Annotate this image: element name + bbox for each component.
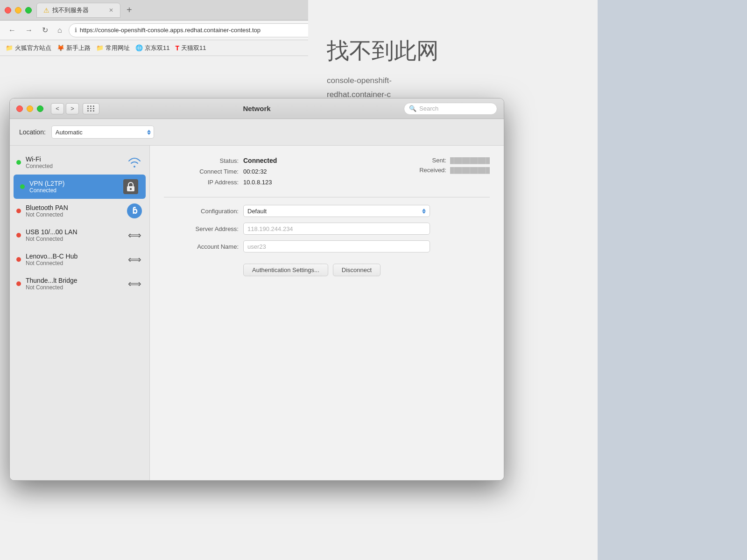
bookmark-icon-common: 📁: [96, 44, 104, 51]
syspref-maximize[interactable]: [37, 105, 43, 112]
received-row: Received: ██████████: [414, 167, 490, 174]
account-name-value: user23: [247, 243, 266, 250]
close-button[interactable]: [5, 7, 11, 14]
home-button[interactable]: ⌂: [55, 24, 65, 36]
connect-time-value: 00:02:32: [243, 168, 267, 175]
address-url: https://console-openshift-console.apps.r…: [80, 27, 261, 34]
grid-dot: [90, 108, 92, 109]
auth-settings-button[interactable]: Authentication Settings...: [243, 264, 328, 276]
usb-arrows-icon: ⟺: [126, 227, 143, 244]
maximize-button[interactable]: [25, 7, 32, 14]
network-preferences-window: < > Network 🔍 Search: [9, 98, 504, 481]
disconnect-button[interactable]: Disconnect: [333, 264, 381, 276]
arrow-down-icon: [147, 133, 151, 135]
sidebar-item-usb[interactable]: USB 10/...00 LAN Not Connected ⟺: [10, 223, 149, 247]
bookmark-label-jd: 京东双11: [145, 44, 169, 52]
error-line-1: console-openshift-: [327, 74, 579, 88]
account-name-field[interactable]: user23: [243, 240, 430, 252]
location-select-arrows: [147, 130, 151, 135]
config-select-arrows: [422, 209, 426, 214]
sidebar-item-thunderbolt[interactable]: Thunde...lt Bridge Not Connected ⟺: [10, 272, 149, 296]
vpn-icon: [122, 178, 139, 195]
sidebar-item-vpn[interactable]: VPN (L2TP) Connected: [14, 175, 146, 199]
bookmark-label-common: 常用网址: [106, 44, 130, 52]
back-button[interactable]: ←: [6, 24, 19, 36]
thunderbolt-name: Thunde...lt Bridge: [26, 277, 121, 284]
detail-panel: Status: Connected Connect Time: 00:02:32…: [150, 146, 504, 481]
sent-label: Sent:: [414, 157, 446, 164]
bookmark-label-guide: 新手上路: [66, 44, 91, 52]
bookmark-icon-tmall: T: [175, 44, 179, 52]
thunderbolt-info: Thunde...lt Bridge Not Connected: [26, 277, 121, 291]
sidebar-item-bluetooth[interactable]: Bluetooth PAN Not Connected ɓ: [10, 199, 149, 223]
divider: [164, 197, 490, 197]
bookmark-firefox[interactable]: 📁 火狐官方站点: [6, 44, 51, 52]
traffic-lights: [5, 7, 32, 14]
usb-info: USB 10/...00 LAN Not Connected: [26, 228, 121, 242]
config-select[interactable]: Default: [243, 205, 430, 217]
sidebar-item-lenovo[interactable]: Lenovo...B-C Hub Not Connected ⟺: [10, 247, 149, 272]
ip-value: 10.0.8.123: [243, 179, 272, 186]
bookmark-guide[interactable]: 🦊 新手上路: [57, 44, 91, 52]
status-label: Status:: [164, 157, 239, 164]
bookmark-common[interactable]: 📁 常用网址: [96, 44, 130, 52]
grid-dot: [90, 105, 92, 107]
grid-dot: [87, 110, 89, 112]
grid-dot: [90, 110, 92, 112]
lenovo-status: Not Connected: [26, 260, 121, 266]
config-value: Default: [247, 208, 267, 215]
config-label: Configuration:: [164, 208, 239, 215]
bluetooth-letter: ɓ: [132, 206, 137, 216]
connect-time-row: Connect Time: 00:02:32: [164, 168, 414, 175]
bluetooth-status: Not Connected: [26, 211, 121, 218]
syspref-grid-btn[interactable]: [83, 103, 99, 114]
ip-label: IP Address:: [164, 179, 239, 186]
wifi-status-dot: [16, 160, 21, 165]
wifi-status: Connected: [26, 163, 121, 169]
bookmark-label-firefox: 火狐官方站点: [15, 44, 51, 52]
network-sidebar: Wi-Fi Connected VPN (L2TP) Connected: [10, 146, 150, 481]
vpn-lock-icon: [123, 179, 138, 194]
syspref-forward-btn[interactable]: >: [66, 103, 79, 114]
received-label: Received:: [414, 167, 446, 174]
status-value: Connected: [243, 157, 277, 164]
sent-row: Sent: ██████████: [414, 157, 490, 164]
minimize-button[interactable]: [15, 7, 21, 14]
vpn-name: VPN (L2TP): [29, 180, 118, 187]
location-bar: Location: Automatic: [10, 119, 504, 146]
connect-time-label: Connect Time:: [164, 168, 239, 175]
bookmark-jd[interactable]: 🌐 京东双11: [135, 44, 169, 52]
account-row: Account Name: user23: [164, 240, 490, 252]
tab-bar: ⚠ 找不到服务器 ✕ +: [36, 3, 136, 18]
forward-button[interactable]: →: [22, 24, 35, 36]
server-address-field[interactable]: 118.190.244.234: [243, 223, 430, 235]
bluetooth-info: Bluetooth PAN Not Connected: [26, 204, 121, 218]
ip-row: IP Address: 10.0.8.123: [164, 179, 414, 186]
sidebar-item-wifi[interactable]: Wi-Fi Connected: [10, 150, 149, 175]
syspref-titlebar: < > Network 🔍 Search: [10, 98, 504, 119]
location-label: Location:: [19, 128, 46, 136]
grid-dot: [93, 108, 94, 109]
vpn-info: VPN (L2TP) Connected: [29, 180, 118, 194]
wifi-icon: [126, 154, 143, 171]
syspref-title: Network: [243, 105, 270, 112]
bluetooth-symbol: ɓ: [127, 203, 142, 218]
bookmark-tmall[interactable]: T 天猫双11: [175, 44, 206, 52]
search-placeholder: Search: [419, 105, 438, 112]
browser-tab-active[interactable]: ⚠ 找不到服务器 ✕: [36, 3, 120, 18]
refresh-button[interactable]: ↻: [39, 24, 51, 36]
main-content: Wi-Fi Connected VPN (L2TP) Connected: [10, 146, 504, 481]
location-select[interactable]: Automatic: [51, 126, 154, 139]
server-row: Server Address: 118.190.244.234: [164, 223, 490, 235]
new-tab-button[interactable]: +: [123, 5, 136, 15]
usb-status-dot: [16, 233, 21, 238]
thunderbolt-arrows-icon: ⟺: [126, 275, 143, 292]
wifi-name: Wi-Fi: [26, 155, 121, 163]
lenovo-info: Lenovo...B-C Hub Not Connected: [26, 252, 121, 266]
tab-close-button[interactable]: ✕: [109, 7, 113, 14]
syspref-search[interactable]: 🔍 Search: [404, 103, 497, 115]
syspref-back-btn[interactable]: <: [51, 103, 64, 114]
syspref-minimize[interactable]: [27, 105, 33, 112]
vpn-status: Connected: [29, 187, 118, 194]
syspref-close[interactable]: [16, 105, 23, 112]
